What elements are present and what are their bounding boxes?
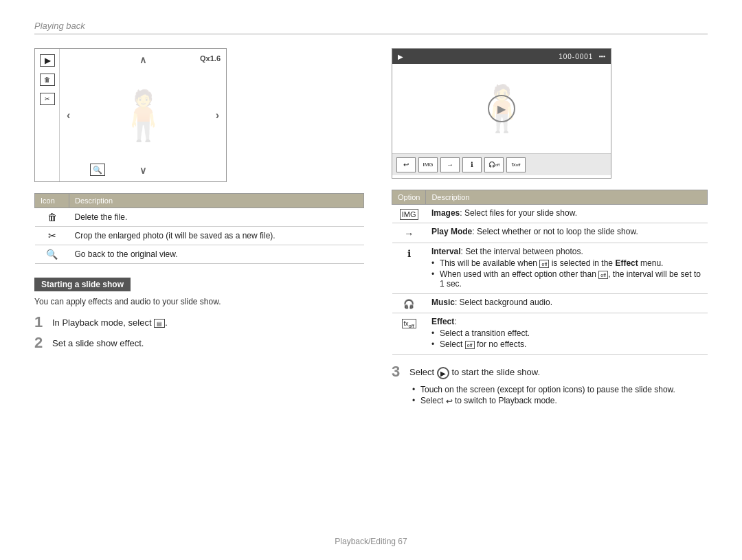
section-heading: Starting a slide show	[34, 278, 131, 291]
interval-bullets: This will be available when off is selec…	[431, 258, 702, 289]
camera-preview-left: ▶ 🗑 ✂ ∧ ‹ 🧍 › ∨ Qx1.6 🔍	[34, 48, 227, 182]
camera-bottom-bar: ↩ IMG → ℹ 🎧off fxoff	[392, 153, 611, 175]
slide-show-section: Starting a slide show You can apply effe…	[34, 278, 364, 350]
step-1-num: 1	[34, 315, 48, 330]
step-2: 2 Set a slide show effect.	[34, 335, 364, 350]
delete-icon[interactable]: 🗑	[40, 74, 55, 86]
row-desc: Crop the enlarged photo (it will be save…	[69, 227, 364, 245]
crop-icon[interactable]: ✂	[40, 93, 55, 105]
option-desc-interval: Interval: Set the interval between photo…	[426, 243, 708, 294]
bullet-item: Select ↩ to switch to Playback mode.	[412, 396, 708, 406]
page-title: Playing back	[34, 21, 85, 31]
bullet-item: This will be available when off is selec…	[431, 258, 702, 268]
info-btn[interactable]: ℹ	[462, 157, 482, 172]
option-desc-music: Music: Select background audio.	[426, 294, 708, 313]
bullet-item: When used with an effect option other th…	[431, 269, 702, 289]
camera-top-bar: ▶ 100-0001 ▪▪▪	[392, 49, 611, 64]
step-3-suffix: to start the slide show.	[451, 367, 540, 377]
option-desc-effect: Effect: Select a transition effect. Sele…	[426, 313, 708, 355]
arrow-btn[interactable]: →	[440, 157, 460, 172]
table-col-desc: Description	[69, 194, 364, 208]
info-icon: ℹ	[407, 248, 411, 259]
bullet-item: Select off for no effects.	[431, 339, 702, 349]
camera-battery: ▪▪▪	[598, 53, 605, 60]
right-arrow-icon[interactable]: ›	[216, 109, 219, 122]
bullet-item: Select a transition effect.	[431, 328, 702, 338]
table-row: 🗑 Delete the file.	[35, 208, 364, 227]
step-2-text: Set a slide show effect.	[52, 335, 144, 348]
step-3: 3 Select ▶ to start the slide show.	[392, 364, 708, 379]
icon-description-table: Icon Description 🗑 Delete the file. ✂ Cr…	[34, 193, 364, 264]
battery-icon: ▪▪▪	[598, 53, 605, 60]
option-col-desc: Description	[426, 190, 708, 205]
option-row-playmode: → Play Mode: Select whether or not to lo…	[392, 223, 708, 243]
zoom-label: Qx1.6	[200, 54, 221, 63]
arrow-right-icon: →	[404, 228, 414, 239]
option-row-interval: ℹ Interval: Set the interval between pho…	[392, 243, 708, 294]
nav-arrows: ‹ 🧍 ›	[60, 49, 226, 181]
option-icon-playmode: →	[392, 223, 426, 243]
option-row-music: 🎧 Music: Select background audio.	[392, 294, 708, 313]
effect-off-inline-icon: off	[539, 260, 549, 268]
row-icon: ✂	[35, 227, 69, 245]
step-3-text: Select ▶ to start the slide show.	[409, 364, 540, 379]
up-arrow-icon[interactable]: ∧	[139, 54, 146, 65]
bullet-item: Touch on the screen (except for option i…	[412, 385, 708, 394]
back-btn[interactable]: ↩	[396, 157, 416, 172]
effect-icon: fxoff	[402, 319, 416, 328]
left-toolbar: ▶ 🗑 ✂	[35, 49, 60, 181]
zoom-out-icon[interactable]: 🔍	[90, 164, 105, 176]
option-description-table: Option Description IMG Images: Select fi…	[392, 190, 708, 355]
step-1-text: In Playback mode, select ▤.	[52, 315, 168, 328]
preview-main-area: ∧ ‹ 🧍 › ∨ Qx1.6 🔍	[60, 49, 226, 181]
step-1: 1 In Playback mode, select ▤.	[34, 315, 364, 330]
option-icon-images: IMG	[392, 205, 426, 223]
camera-mode-icon: ▶	[398, 53, 403, 60]
option-icon-music: 🎧	[392, 294, 426, 313]
music-icon: 🎧	[403, 299, 414, 309]
play-button-circle[interactable]: ▶	[488, 95, 515, 122]
back-icon-inline: ↩	[446, 396, 453, 406]
play-circle-icon: ▶	[437, 367, 449, 379]
play-icon[interactable]: ▶	[40, 54, 55, 67]
table-col-icon: Icon	[35, 194, 69, 208]
step-3-bullets: Touch on the screen (except for option i…	[412, 385, 708, 406]
step-2-num: 2	[34, 335, 48, 350]
camera-main-area: 🧍 ▶	[392, 64, 611, 153]
page-header: Playing back	[34, 21, 708, 34]
table-row: 🔍 Go back to the original view.	[35, 245, 364, 264]
option-desc-playmode: Play Mode: Select whether or not to loop…	[426, 223, 708, 243]
images-icon: IMG	[400, 209, 418, 220]
step-3-select: Select	[409, 367, 434, 377]
table-row: ✂ Crop the enlarged photo (it will be sa…	[35, 227, 364, 245]
right-column: ▶ 100-0001 ▪▪▪ 🧍 ▶ ↩ IMG → ℹ 🎧off fxof	[392, 48, 708, 407]
step-3-section: 3 Select ▶ to start the slide show. Touc…	[392, 364, 708, 406]
option-row-images: IMG Images: Select files for your slide …	[392, 205, 708, 223]
row-icon: 🗑	[35, 208, 69, 227]
option-icon-effect: fxoff	[392, 313, 426, 355]
option-col-option: Option	[392, 190, 426, 205]
option-icon-interval: ℹ	[392, 243, 426, 294]
effect-off-inline-icon2: off	[598, 271, 608, 279]
no-effect-icon: off	[465, 341, 475, 349]
option-row-effect: fxoff Effect: Select a transition effect…	[392, 313, 708, 355]
silhouette-image: 🧍	[113, 87, 173, 144]
music-off-btn[interactable]: 🎧off	[484, 157, 504, 172]
left-arrow-icon[interactable]: ‹	[67, 109, 70, 122]
camera-folder-text: 100-0001	[559, 53, 593, 60]
camera-preview-right: ▶ 100-0001 ▪▪▪ 🧍 ▶ ↩ IMG → ℹ 🎧off fxof	[392, 48, 611, 179]
page-footer: Playback/Editing 67	[0, 537, 742, 546]
effect-off-btn[interactable]: fxoff	[506, 157, 526, 172]
img-btn[interactable]: IMG	[418, 157, 438, 172]
effect-bullets: Select a transition effect. Select off f…	[431, 328, 702, 349]
left-column: ▶ 🗑 ✂ ∧ ‹ 🧍 › ∨ Qx1.6 🔍	[34, 48, 364, 407]
row-desc: Delete the file.	[69, 208, 364, 227]
footer-text: Playback/Editing 67	[335, 537, 407, 546]
playback-icon: ▤	[154, 319, 165, 328]
row-icon: 🔍	[35, 245, 69, 264]
option-desc-images: Images: Select files for your slide show…	[426, 205, 708, 223]
step-3-num: 3	[392, 364, 405, 379]
section-subtitle: You can apply effects and audio to your …	[34, 297, 364, 306]
row-desc: Go back to the original view.	[69, 245, 364, 264]
down-arrow-icon[interactable]: ∨	[139, 165, 146, 176]
